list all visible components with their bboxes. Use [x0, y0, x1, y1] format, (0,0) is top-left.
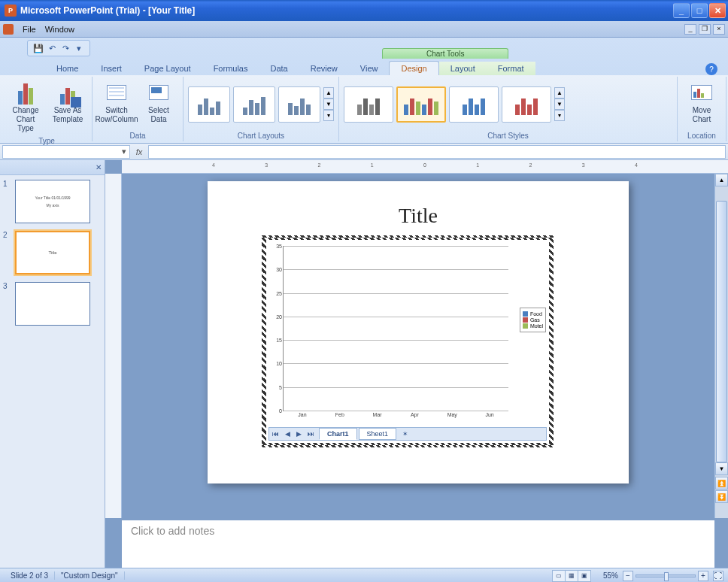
chart-style-4[interactable] — [502, 86, 551, 123]
change-chart-type-button[interactable]: Change Chart Type — [6, 78, 45, 135]
slide-thumbnail-3[interactable] — [15, 282, 90, 326]
tab-design[interactable]: Design — [389, 61, 438, 75]
maximize-button[interactable]: □ — [691, 3, 708, 18]
quick-access-toolbar: 💾 ↶ ↷ ▾ — [27, 40, 90, 56]
close-thumbnails-icon[interactable]: ✕ — [96, 163, 102, 171]
chart-legend[interactable]: FoodGasMotel — [520, 308, 546, 332]
slideshow-view-icon[interactable]: ▣ — [578, 570, 591, 582]
save-icon[interactable]: 💾 — [32, 42, 44, 54]
scroll-down-icon[interactable]: ▼ — [715, 462, 728, 475]
zoom-out-icon[interactable]: − — [623, 571, 633, 581]
workspace: ✕ 1 Your Title 01/01/1999 My axis 2 Titl… — [0, 160, 728, 568]
sheet-nav-first-icon[interactable]: ⏮ — [269, 430, 282, 438]
status-bar: Slide 2 of 3 "Custom Design" ▭ ▦ ▣ 55% −… — [0, 568, 728, 582]
select-data-icon — [147, 80, 171, 105]
next-slide-icon[interactable]: ⏬ — [715, 490, 728, 503]
name-box-dropdown-icon[interactable]: ▾ — [122, 147, 126, 156]
chart-style-2[interactable] — [396, 86, 446, 123]
formula-input[interactable] — [148, 145, 726, 159]
chart-layout-3[interactable] — [278, 86, 320, 123]
help-icon[interactable]: ? — [705, 63, 717, 75]
menu-window[interactable]: Window — [41, 23, 79, 35]
mdi-restore-button[interactable]: ❐ — [699, 24, 711, 35]
style-gallery-down-icon[interactable]: ▼ — [554, 99, 565, 110]
sheet-nav-last-icon[interactable]: ⏭ — [305, 430, 317, 438]
layout-gallery-up-icon[interactable]: ▲ — [323, 87, 334, 99]
menu-file[interactable]: File — [18, 23, 41, 35]
tab-format[interactable]: Format — [487, 62, 535, 75]
vertical-ruler — [105, 174, 122, 518]
ribbon-group-location: Move Chart Location — [678, 77, 726, 141]
slide-title-placeholder[interactable]: Title — [208, 204, 629, 228]
fit-to-window-icon[interactable]: ⛶ — [713, 571, 723, 581]
vertical-scrollbar[interactable]: ▲ ▼ ⏫ ⏬ — [714, 174, 728, 518]
slide-canvas[interactable]: Title 05101520253035JanFebMarAprMayJun F… — [208, 181, 629, 483]
zoom-in-icon[interactable]: + — [698, 571, 708, 581]
menu-bar: File Window _ ❐ × — [0, 21, 728, 38]
chart-selection-border[interactable]: 05101520253035JanFebMarAprMayJun FoodGas… — [262, 235, 554, 447]
ribbon-group-type: Change Chart Type Save As Template Type — [2, 77, 93, 141]
select-data-button[interactable]: Select Data — [139, 78, 178, 130]
close-button[interactable]: ✕ — [709, 3, 726, 18]
prev-slide-icon[interactable]: ⏫ — [715, 477, 728, 490]
embedded-sheet-tabs: ⏮ ◀ ▶ ⏭ Chart1 Sheet1 ✶ — [268, 427, 547, 441]
save-as-template-button[interactable]: Save As Template — [48, 78, 87, 135]
tab-view[interactable]: View — [349, 62, 390, 75]
undo-icon[interactable]: ↶ — [46, 42, 58, 54]
chart-layout-1[interactable] — [188, 86, 230, 123]
minimize-button[interactable]: _ — [673, 3, 690, 18]
zoom-slider[interactable] — [635, 574, 696, 577]
tab-data[interactable]: Data — [259, 62, 299, 75]
layout-gallery-down-icon[interactable]: ▼ — [323, 99, 334, 110]
qat-customize-icon[interactable]: ▾ — [73, 42, 85, 54]
slide-edit-area: 432101234 Title 05101520253035JanFebMarA… — [105, 160, 728, 568]
ribbon: 💾 ↶ ↷ ▾ Chart Tools Home Insert Page Lay… — [0, 38, 728, 144]
style-gallery-more-icon[interactable]: ▾ — [554, 110, 565, 121]
scroll-up-icon[interactable]: ▲ — [715, 174, 728, 186]
chart-style-1[interactable] — [344, 86, 393, 123]
tab-layout[interactable]: Layout — [439, 62, 487, 75]
contextual-tab-header: Chart Tools — [382, 35, 508, 59]
zoom-label[interactable]: 55% — [599, 571, 623, 580]
chart-style-3[interactable] — [449, 86, 499, 123]
sorter-view-icon[interactable]: ▦ — [565, 570, 578, 582]
mdi-close-button[interactable]: × — [713, 24, 725, 35]
ribbon-group-chart-styles: ▲ ▼ ▾ Chart Styles — [339, 77, 678, 141]
slide-thumbnail-2[interactable]: Title — [15, 231, 90, 274]
scroll-thumb[interactable] — [716, 201, 727, 462]
normal-view-icon[interactable]: ▭ — [552, 570, 566, 582]
tab-formulas[interactable]: Formulas — [202, 62, 259, 75]
switch-row-column-button[interactable]: Switch Row/Column — [97, 78, 136, 130]
move-chart-button[interactable]: Move Chart — [682, 78, 721, 130]
name-box[interactable]: ▾ — [2, 145, 130, 159]
tab-page-layout[interactable]: Page Layout — [133, 62, 202, 75]
sheet-tab-new-icon[interactable]: ✶ — [399, 430, 411, 438]
ribbon-group-chart-layouts: ▲ ▼ ▾ Chart Layouts — [184, 77, 339, 141]
sheet-tab-sheet1[interactable]: Sheet1 — [359, 428, 397, 440]
redo-icon[interactable]: ↷ — [59, 42, 71, 54]
switch-icon — [105, 80, 129, 105]
style-gallery-up-icon[interactable]: ▲ — [554, 87, 565, 99]
ribbon-tabs: Home Insert Page Layout Formulas Data Re… — [0, 59, 728, 75]
sheet-tab-chart1[interactable]: Chart1 — [319, 428, 357, 440]
tab-insert[interactable]: Insert — [89, 62, 133, 75]
title-bar: P Microsoft PowerPoint (Trial) - [Your T… — [0, 0, 728, 21]
window-title: Microsoft PowerPoint (Trial) - [Your Tit… — [20, 5, 673, 16]
tab-home[interactable]: Home — [45, 62, 89, 75]
chart-layout-2[interactable] — [233, 86, 275, 123]
notes-pane[interactable]: Click to add notes — [122, 518, 714, 568]
sheet-nav-prev-icon[interactable]: ◀ — [282, 430, 293, 438]
document-icon — [3, 24, 14, 35]
layout-gallery-more-icon[interactable]: ▾ — [323, 110, 334, 121]
chart-object[interactable]: 05101520253035JanFebMarAprMayJun FoodGas… — [265, 238, 551, 444]
formula-bar: ▾ fx — [0, 144, 728, 160]
mdi-minimize-button[interactable]: _ — [684, 24, 696, 35]
move-chart-icon — [690, 80, 714, 105]
slide-thumbnails-panel: ✕ 1 Your Title 01/01/1999 My axis 2 Titl… — [0, 160, 105, 568]
chart-plot-area[interactable]: 05101520253035JanFebMarAprMayJun — [283, 246, 508, 411]
sheet-nav-next-icon[interactable]: ▶ — [293, 430, 305, 438]
horizontal-ruler: 432101234 — [122, 160, 728, 174]
fx-icon[interactable]: fx — [130, 147, 148, 156]
slide-thumbnail-1[interactable]: Your Title 01/01/1999 My axis — [15, 180, 90, 223]
tab-review[interactable]: Review — [299, 62, 349, 75]
